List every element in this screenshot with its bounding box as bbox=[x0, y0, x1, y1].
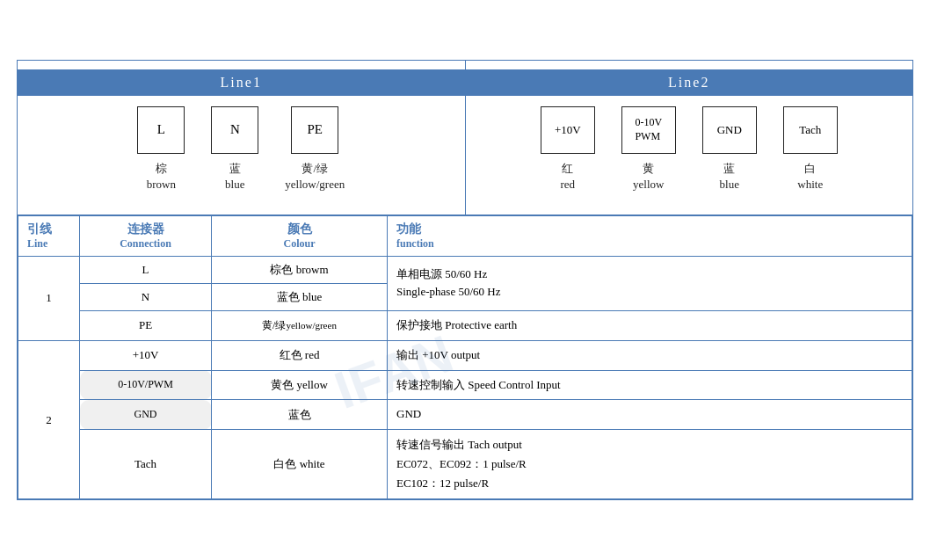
data-table: 引线 Line 连接器 Connection 颜色 Colour 功能 func… bbox=[18, 215, 912, 499]
connector-box-N: N bbox=[211, 106, 258, 154]
table-row: 0-10V/PWM 黄色 yellow 转速控制输入 Speed Control… bbox=[18, 370, 912, 400]
connection-10V: +10V bbox=[80, 340, 212, 370]
connector-box-10V: +10V bbox=[541, 106, 595, 154]
function-Tach: 转速信号输出 Tach output EC072、EC092：1 pulse/R… bbox=[388, 430, 912, 499]
connector-label-10V: 红red bbox=[560, 161, 575, 193]
header-connection-en: Connection bbox=[89, 237, 202, 251]
connector-10V: +10V 红red bbox=[541, 106, 595, 193]
line2-cell: 2 bbox=[18, 340, 80, 499]
table-row: 2 +10V 红色 red 输出 +10V output bbox=[18, 340, 912, 370]
connection-Tach: Tach bbox=[80, 430, 212, 499]
line1-connectors: L 棕brown N 蓝blue PE 黄/绿yellow/green bbox=[18, 106, 465, 193]
function-PE: 保护接地 Protective earth bbox=[388, 310, 912, 340]
header-line: 引线 Line bbox=[18, 215, 80, 256]
table-wrapper: IFAN 引线 Line 连接器 Connection 颜色 Colour bbox=[18, 215, 912, 499]
colour-PWM: 黄色 yellow bbox=[212, 370, 388, 400]
header-connection-cn: 连接器 bbox=[89, 222, 202, 237]
line1-header: Line1 bbox=[18, 69, 465, 96]
function-GND2: GND bbox=[388, 400, 912, 430]
line2-diagram: Line2 +10V 红red 0-10VPWM 黄yellow GND 蓝bl… bbox=[466, 61, 913, 215]
connector-box-L: L bbox=[137, 106, 185, 154]
connector-box-Tach: Tach bbox=[783, 106, 838, 154]
connector-label-N: 蓝blue bbox=[225, 161, 244, 193]
header-colour: 颜色 Colour bbox=[212, 215, 388, 256]
function-10V: 输出 +10V output bbox=[388, 340, 912, 370]
connector-box-PWM: 0-10VPWM bbox=[621, 106, 676, 154]
colour-L: 棕色 browm bbox=[212, 256, 388, 283]
header-colour-cn: 颜色 bbox=[221, 222, 378, 237]
header-colour-en: Colour bbox=[221, 237, 378, 251]
header-line-cn: 引线 bbox=[27, 222, 70, 237]
connector-label-Tach: 白white bbox=[797, 161, 823, 193]
line1-diagram: Line1 L 棕brown N 蓝blue PE 黄/绿yellow/gree… bbox=[18, 61, 466, 215]
header-connection: 连接器 Connection bbox=[80, 215, 212, 256]
connection-N: N bbox=[80, 283, 212, 310]
main-container: Line1 L 棕brown N 蓝blue PE 黄/绿yellow/gree… bbox=[17, 60, 913, 501]
line1-cell: 1 bbox=[18, 256, 80, 340]
function-L: 单相电源 50/60 HzSingle-phase 50/60 Hz bbox=[388, 256, 912, 310]
connector-L: L 棕brown bbox=[137, 106, 185, 193]
connector-label-PE: 黄/绿yellow/green bbox=[285, 161, 345, 193]
connector-PE: PE 黄/绿yellow/green bbox=[285, 106, 345, 193]
colour-10V: 红色 red bbox=[212, 340, 388, 370]
header-line-en: Line bbox=[27, 237, 70, 251]
table-header-row: 引线 Line 连接器 Connection 颜色 Colour 功能 func… bbox=[18, 215, 912, 256]
table-row: Tach 白色 white 转速信号输出 Tach output EC072、E… bbox=[18, 430, 912, 499]
connector-box-GND: GND bbox=[702, 106, 757, 154]
connector-GND: GND 蓝blue bbox=[702, 106, 757, 193]
line2-connectors: +10V 红red 0-10VPWM 黄yellow GND 蓝blue Tac… bbox=[466, 106, 913, 193]
table-row: 1 L 棕色 browm 单相电源 50/60 HzSingle-phase 5… bbox=[18, 256, 912, 283]
header-function-cn: 功能 bbox=[396, 222, 903, 237]
function-PWM: 转速控制输入 Speed Control Input bbox=[388, 370, 912, 400]
colour-PE: 黄/绿yellow/green bbox=[212, 310, 388, 340]
diagram-section: Line1 L 棕brown N 蓝blue PE 黄/绿yellow/gree… bbox=[18, 61, 912, 215]
connection-PWM: 0-10V/PWM bbox=[80, 370, 212, 400]
table-row: PE 黄/绿yellow/green 保护接地 Protective earth bbox=[18, 310, 912, 340]
colour-GND2: 蓝色 bbox=[212, 400, 388, 430]
header-function-en: function bbox=[396, 237, 903, 251]
connector-Tach: Tach 白white bbox=[783, 106, 838, 193]
colour-Tach: 白色 white bbox=[212, 430, 388, 499]
connector-N: N 蓝blue bbox=[211, 106, 258, 193]
connection-PE: PE bbox=[80, 310, 212, 340]
connector-PWM: 0-10VPWM 黄yellow bbox=[621, 106, 676, 193]
header-function: 功能 function bbox=[388, 215, 912, 256]
connector-box-PE: PE bbox=[291, 106, 338, 154]
line2-header: Line2 bbox=[466, 69, 913, 96]
connection-L: L bbox=[80, 256, 212, 283]
colour-N: 蓝色 blue bbox=[212, 283, 388, 310]
connection-GND2: GND bbox=[80, 400, 212, 430]
table-row: GND 蓝色 GND bbox=[18, 400, 912, 430]
connector-label-PWM: 黄yellow bbox=[633, 161, 664, 193]
connector-label-GND: 蓝blue bbox=[720, 161, 739, 193]
connector-label-L: 棕brown bbox=[147, 161, 176, 193]
